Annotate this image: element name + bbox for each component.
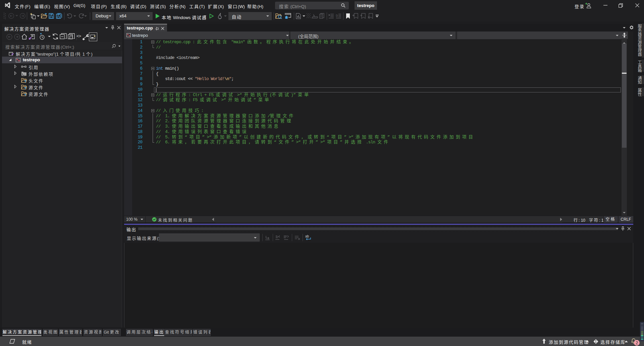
svg-text:9: 9 — [336, 14, 338, 18]
svg-text:ab: ab — [305, 234, 309, 238]
